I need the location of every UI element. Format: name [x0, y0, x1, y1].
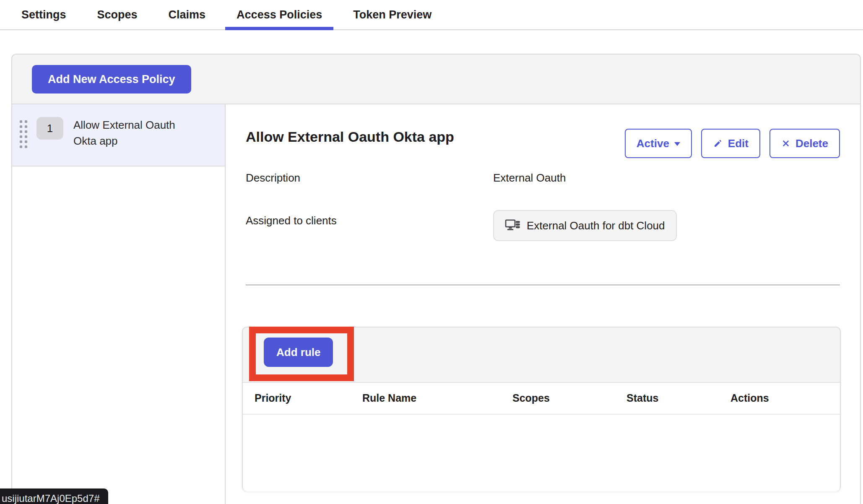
delete-button[interactable]: Delete [769, 129, 840, 158]
tab-settings[interactable]: Settings [10, 0, 78, 29]
oauth-server-admin-page: Settings Scopes Claims Access Policies T… [0, 0, 863, 504]
tab-scopes[interactable]: Scopes [86, 0, 149, 29]
panel-header: Add New Access Policy [12, 55, 860, 104]
policy-detail: Allow External Oauth Okta app Active Edi… [226, 104, 860, 504]
pencil-icon [713, 138, 723, 148]
edit-button[interactable]: Edit [701, 129, 760, 158]
assigned-client-name: External Oauth for dbt Cloud [527, 219, 665, 232]
policy-priority-badge: 1 [36, 117, 63, 140]
browser-link-preview: usijiutarM7Aj0Ep5d7# [0, 488, 108, 504]
client-app-icon [505, 218, 521, 233]
delete-button-label: Delete [795, 137, 828, 150]
assigned-to-clients-label: Assigned to clients [246, 214, 337, 227]
status-dropdown-label: Active [637, 137, 669, 150]
column-header-priority: Priority [255, 392, 291, 404]
description-label: Description [246, 171, 300, 184]
tab-access-policies[interactable]: Access Policies [225, 0, 333, 29]
description-value: External Oauth [493, 171, 566, 184]
rules-table-body-empty [243, 415, 840, 491]
policy-name-label: Allow External Oauth Okta app [73, 117, 199, 149]
policy-list-item[interactable]: 1 Allow External Oauth Okta app [12, 104, 225, 166]
column-header-status: Status [626, 392, 658, 404]
add-rule-button[interactable]: Add rule [264, 338, 333, 367]
tab-claims[interactable]: Claims [157, 0, 217, 29]
column-header-actions: Actions [730, 392, 769, 404]
policy-action-buttons: Active Edit Delete [625, 129, 840, 158]
tab-token-preview[interactable]: Token Preview [342, 0, 443, 29]
rules-table-header: Priority Rule Name Scopes Status Actions [243, 383, 840, 415]
edit-button-label: Edit [728, 137, 749, 150]
rules-panel: Add rule Priority Rule Name Scopes Statu… [242, 327, 841, 491]
assigned-client-chip[interactable]: External Oauth for dbt Cloud [493, 210, 677, 241]
panel-body: 1 Allow External Oauth Okta app Allow Ex… [12, 104, 860, 504]
access-policies-panel: Add New Access Policy 1 Allow External O… [11, 54, 861, 504]
chevron-down-icon [674, 142, 680, 146]
section-divider [246, 284, 840, 286]
close-icon [781, 139, 790, 148]
add-new-access-policy-button[interactable]: Add New Access Policy [32, 65, 191, 94]
tab-bar: Settings Scopes Claims Access Policies T… [0, 0, 863, 30]
policy-list: 1 Allow External Oauth Okta app [12, 104, 226, 504]
drag-handle-icon[interactable] [20, 120, 27, 148]
status-dropdown-button[interactable]: Active [625, 129, 692, 158]
column-header-scopes: Scopes [512, 392, 550, 404]
rules-panel-header: Add rule [243, 327, 840, 383]
policy-title: Allow External Oauth Okta app [246, 129, 454, 145]
column-header-rule-name: Rule Name [362, 392, 416, 404]
